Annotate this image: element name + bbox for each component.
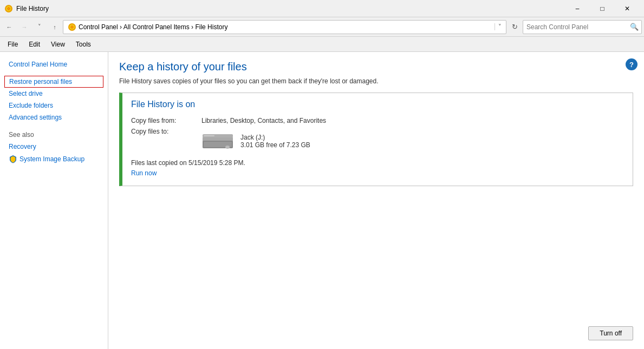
advanced-settings-link[interactable]: Advanced settings	[0, 111, 108, 123]
system-image-backup-link[interactable]: System Image Backup	[0, 153, 108, 166]
app-icon	[4, 4, 13, 13]
minimize-button[interactable]: –	[565, 0, 590, 17]
search-input[interactable]	[523, 23, 627, 31]
run-now-link[interactable]: Run now	[131, 169, 157, 177]
forward-button[interactable]: →	[17, 20, 31, 34]
menu-file[interactable]: File	[2, 38, 23, 50]
up-button[interactable]: ↑	[48, 20, 62, 34]
title-bar-controls: – □ ✕	[565, 0, 640, 17]
dropdown-arrow: ˅	[498, 23, 502, 30]
menu-edit[interactable]: Edit	[23, 38, 45, 50]
control-panel-icon	[68, 23, 76, 31]
status-title: File History is on	[131, 100, 624, 109]
control-panel-home-link[interactable]: Control Panel Home	[0, 58, 108, 70]
page-description: File History saves copies of your files …	[119, 77, 633, 85]
copy-from-value: Libraries, Desktop, Contacts, and Favori…	[201, 117, 326, 124]
select-drive-link[interactable]: Select drive	[0, 88, 108, 100]
drive-info: Jack (J:) 3.01 GB free of 7.23 GB	[201, 130, 310, 153]
search-button[interactable]: 🔍	[627, 20, 641, 34]
page-title: Keep a history of your files	[119, 61, 633, 73]
maximize-button[interactable]: □	[590, 0, 615, 17]
menu-view[interactable]: View	[45, 38, 70, 50]
sidebar: Control Panel Home Restore personal file…	[0, 52, 108, 349]
turn-off-button[interactable]: Turn off	[588, 326, 633, 340]
menu-bar: File Edit View Tools	[0, 37, 644, 52]
drive-details: Jack (J:) 3.01 GB free of 7.23 GB	[240, 134, 310, 149]
drive-name: Jack (J:)	[240, 134, 310, 141]
see-also-label: See also	[0, 123, 108, 141]
svg-rect-11	[204, 135, 214, 136]
recovery-link[interactable]: Recovery	[0, 141, 108, 153]
copy-to-label: Copy files to:	[131, 128, 201, 153]
back-button[interactable]: ←	[2, 20, 16, 34]
title-bar-text: File History	[16, 5, 49, 12]
recent-locations-button[interactable]: ˅	[32, 20, 47, 34]
help-button[interactable]: ?	[626, 58, 638, 70]
refresh-button[interactable]: ↻	[508, 20, 522, 34]
exclude-folders-link[interactable]: Exclude folders	[0, 100, 108, 111]
drive-space: 3.01 GB free of 7.23 GB	[240, 141, 310, 149]
copy-to-row: Copy files to: Jack (J:) 3.01 GB free of…	[131, 128, 624, 153]
breadcrumb-path: Control Panel › All Control Panel Items …	[79, 23, 227, 31]
content-area: ? Keep a history of your files File Hist…	[108, 52, 644, 349]
copy-from-label: Copy files from:	[131, 117, 201, 124]
copy-from-row: Copy files from: Libraries, Desktop, Con…	[131, 117, 624, 124]
svg-point-5	[71, 26, 73, 28]
shield-icon	[9, 155, 17, 163]
last-copied-text: Files last copied on 5/15/2019 5:28 PM.	[131, 159, 624, 167]
address-bar: ← → ˅ ↑ Control Panel › All Control Pane…	[0, 17, 644, 37]
close-button[interactable]: ✕	[615, 0, 640, 17]
search-box[interactable]: 🔍	[523, 20, 642, 34]
status-box: File History is on Copy files from: Libr…	[119, 93, 633, 186]
restore-personal-files-link[interactable]: Restore personal files	[4, 76, 103, 88]
address-path[interactable]: Control Panel › All Control Panel Items …	[63, 20, 506, 34]
title-bar: File History – □ ✕	[0, 0, 644, 17]
menu-tools[interactable]: Tools	[70, 38, 96, 50]
system-image-backup-label: System Image Backup	[19, 155, 84, 163]
svg-point-2	[8, 8, 10, 10]
drive-icon	[201, 130, 234, 153]
main-content: Control Panel Home Restore personal file…	[0, 52, 644, 349]
svg-point-9	[225, 146, 230, 149]
